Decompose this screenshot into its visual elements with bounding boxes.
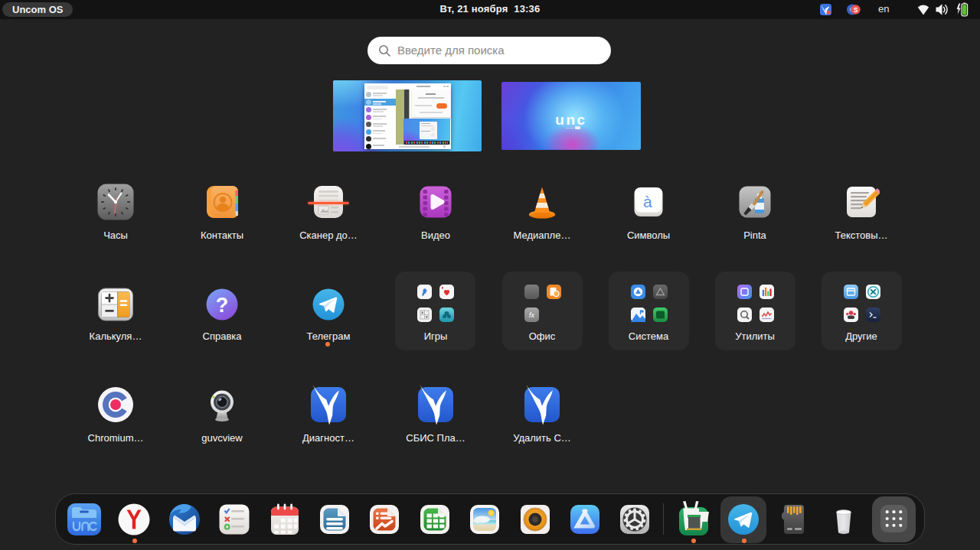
svg-text:?: ?: [216, 294, 229, 317]
svg-text:S: S: [854, 6, 858, 14]
svg-text:à: à: [643, 193, 652, 210]
svg-text:fx: fx: [529, 311, 535, 319]
